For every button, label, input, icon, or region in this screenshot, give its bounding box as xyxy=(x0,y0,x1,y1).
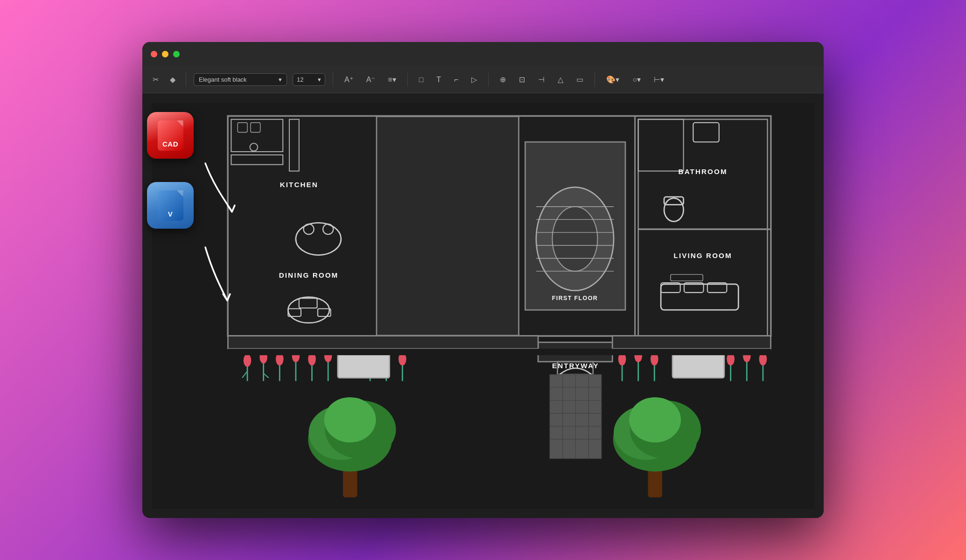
divider-5 xyxy=(595,73,595,87)
svg-point-21 xyxy=(553,207,598,271)
circle-icon[interactable]: ○▾ xyxy=(629,73,644,86)
layers-icon[interactable]: ⊕ xyxy=(496,73,510,86)
divider-3 xyxy=(407,73,408,87)
font-size-down-icon[interactable]: A⁻ xyxy=(363,73,379,86)
cad-label: CAD xyxy=(162,140,178,148)
floor-plan-svg: KITCHEN DINING ROOM xyxy=(208,110,791,509)
maximize-button[interactable] xyxy=(173,51,180,57)
visio-doc-fold xyxy=(177,190,183,197)
canvas-area: KITCHEN DINING ROOM xyxy=(152,103,814,509)
panel-icon[interactable]: ▭ xyxy=(573,73,587,86)
app-icons-panel: CAD V xyxy=(142,112,194,252)
cut-icon[interactable]: ✂ xyxy=(150,73,161,86)
triangle-icon[interactable]: △ xyxy=(554,73,567,86)
rectangle-icon[interactable]: □ xyxy=(415,74,427,86)
connector-icon[interactable]: ⌐ xyxy=(450,74,462,86)
svg-rect-101 xyxy=(228,349,770,355)
close-button[interactable] xyxy=(151,51,157,57)
divider-1 xyxy=(186,73,186,87)
divider-2 xyxy=(333,73,333,87)
titlebar xyxy=(142,42,824,66)
visio-doc-icon: V xyxy=(158,190,183,221)
svg-text:KITCHEN: KITCHEN xyxy=(280,181,318,189)
cad-doc-fold xyxy=(177,120,183,127)
svg-point-80 xyxy=(324,397,376,442)
font-size-up-icon[interactable]: A⁺ xyxy=(341,73,357,86)
svg-line-57 xyxy=(242,371,247,378)
main-window: ✂ ◆ Elegant soft black ▾ 12 ▾ A⁺ A⁻ ≡▾ □… xyxy=(142,42,824,518)
svg-rect-35 xyxy=(638,229,768,336)
svg-text:BATHROOM: BATHROOM xyxy=(679,168,728,175)
font-selector[interactable]: Elegant soft black ▾ xyxy=(194,73,287,86)
svg-rect-87 xyxy=(672,352,724,378)
text-icon[interactable]: T xyxy=(433,74,445,86)
cad-doc-icon: CAD xyxy=(158,120,183,151)
cad-app-icon[interactable]: CAD xyxy=(147,112,194,159)
svg-rect-99 xyxy=(228,336,538,349)
font-size-dropdown-icon: ▾ xyxy=(318,76,321,83)
fill-icon[interactable]: 🎨▾ xyxy=(602,73,623,86)
svg-rect-100 xyxy=(612,336,770,349)
visio-label: V xyxy=(168,210,173,218)
visio-app-icon[interactable]: V xyxy=(147,182,194,229)
minimize-button[interactable] xyxy=(162,51,168,57)
font-size-selector[interactable]: 12 ▾ xyxy=(293,73,325,86)
svg-text:LIVING ROOM: LIVING ROOM xyxy=(674,252,732,259)
crop-icon[interactable]: ⊢▾ xyxy=(650,73,668,86)
svg-text:FIRST FLOOR: FIRST FLOOR xyxy=(552,295,598,301)
svg-rect-75 xyxy=(338,352,390,378)
toolbar: ✂ ◆ Elegant soft black ▾ 12 ▾ A⁺ A⁻ ≡▾ □… xyxy=(142,66,824,93)
align-left-icon[interactable]: ⊣ xyxy=(534,73,548,86)
divider-4 xyxy=(488,73,489,87)
image-icon[interactable]: ⊡ xyxy=(515,73,529,86)
font-dropdown-icon: ▾ xyxy=(279,76,282,83)
font-name: Elegant soft black xyxy=(199,76,247,83)
svg-text:DINING ROOM: DINING ROOM xyxy=(279,271,339,279)
svg-point-56 xyxy=(244,354,252,367)
cursor-icon[interactable]: ▷ xyxy=(468,73,481,86)
svg-point-98 xyxy=(629,397,681,442)
align-icon[interactable]: ≡▾ xyxy=(384,73,399,86)
main-content: CAD V xyxy=(142,93,824,518)
font-size-value: 12 xyxy=(297,76,303,83)
svg-line-60 xyxy=(264,373,269,378)
format-icon[interactable]: ◆ xyxy=(167,73,178,86)
